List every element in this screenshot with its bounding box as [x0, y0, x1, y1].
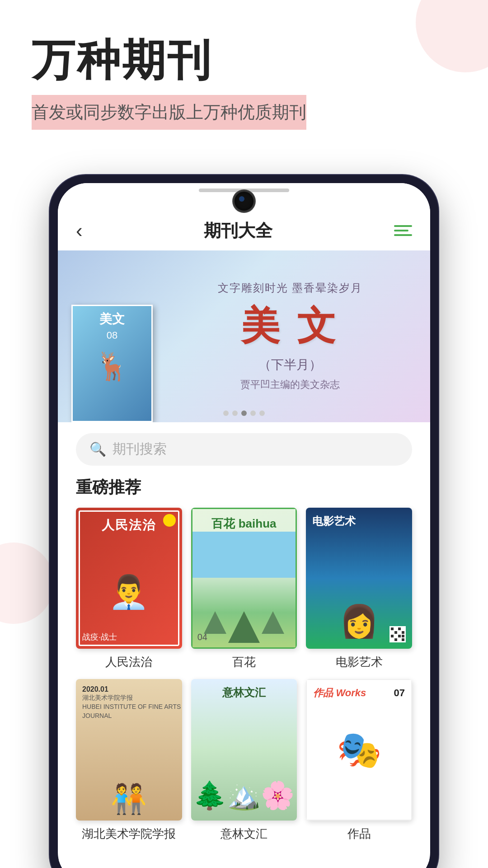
menu-button[interactable] [394, 225, 412, 236]
banner-tagline: 文字雕刻时光 墨香晕染岁月 [218, 281, 363, 295]
list-item[interactable]: 人民法治 👨‍💼 战疫·战士 人民法治 [76, 508, 182, 670]
search-icon: 🔍 [89, 441, 106, 457]
phone-frame: ‹ 期刊大全 美文 08 🦌 文字雕刻时光 墨香晕染岁月 [50, 175, 438, 868]
menu-line-1 [394, 225, 412, 227]
list-item[interactable]: 百花 baihua 04 百花 [191, 508, 297, 670]
dot-1 [223, 410, 229, 416]
banner-cover-deer-icon: 🦌 [95, 350, 129, 382]
list-item[interactable]: 电影艺术 👩 [306, 508, 412, 670]
menu-line-3 [394, 234, 412, 236]
phone-bottom-area [58, 860, 430, 868]
magazine-cover-dyys: 电影艺术 👩 [306, 508, 412, 649]
phone-screen: ‹ 期刊大全 美文 08 🦌 文字雕刻时光 墨香晕染岁月 [58, 183, 430, 868]
section-featured-title: 重磅推荐 [58, 476, 430, 499]
status-bar [58, 183, 430, 215]
list-item[interactable]: 2020.01 湖北美术学院学报HUBEI INSTITUTE OF FINE … [76, 679, 182, 842]
dot-2 [232, 410, 238, 416]
magazine-name-zuopin: 作品 [306, 826, 412, 842]
magazine-grid: 人民法治 👨‍💼 战疫·战士 人民法治 百花 baihua [58, 508, 430, 860]
app-title: 期刊大全 [204, 219, 272, 242]
search-placeholder: 期刊搜索 [113, 440, 167, 458]
back-button[interactable]: ‹ [76, 219, 83, 242]
phone-mockup: ‹ 期刊大全 美文 08 🦌 文字雕刻时光 墨香晕染岁月 [50, 175, 438, 868]
app-header: ‹ 期刊大全 [58, 215, 430, 250]
magazine-name-yilin: 意林文汇 [191, 826, 297, 842]
dot-5 [259, 410, 265, 416]
banner-cover-title: 美文 [99, 311, 125, 328]
magazine-name-baihua: 百花 [191, 654, 297, 670]
magazine-name-rmfz: 人民法治 [76, 654, 182, 670]
magazine-cover-rmfz: 人民法治 👨‍💼 战疫·战士 [76, 508, 182, 649]
banner-content: 文字雕刻时光 墨香晕染岁月 美 文 （下半月） 贾平凹主编的美文杂志 [164, 250, 417, 422]
banner-subtitle: （下半月） [258, 356, 322, 373]
banner-pagination [223, 410, 265, 416]
featured-banner[interactable]: 美文 08 🦌 文字雕刻时光 墨香晕染岁月 美 文 （下半月） 贾平凹主编的美文… [58, 250, 430, 422]
list-item[interactable]: 意林文汇 🌲🏔️🌸 意林文汇 [191, 679, 297, 842]
dot-3 [241, 410, 247, 416]
banner-magazine-cover: 美文 08 🦌 [71, 305, 153, 422]
camera-hole [233, 190, 255, 212]
list-item[interactable]: 作品 Works 07 🎭 作品 [306, 679, 412, 842]
banner-main-title: 美 文 [241, 300, 339, 353]
dot-4 [250, 410, 256, 416]
banner-desc: 贾平凹主编的美文杂志 [240, 378, 340, 392]
magazine-cover-zuopin: 作品 Works 07 🎭 [306, 679, 412, 821]
hero-title: 万种期刊 [32, 36, 456, 84]
zuopin-brand-text: 作品 Works [313, 686, 366, 700]
search-bar[interactable]: 🔍 期刊搜索 [76, 433, 412, 466]
magazine-name-hbmsxy: 湖北美术学院学报 [76, 826, 182, 842]
magazine-name-dyys: 电影艺术 [306, 654, 412, 670]
hero-section: 万种期刊 首发或同步数字出版上万种优质期刊 [0, 0, 488, 148]
bg-decoration-left-mid [0, 542, 54, 624]
magazine-cover-hbmsxy: 2020.01 湖北美术学院学报HUBEI INSTITUTE OF FINE … [76, 679, 182, 821]
magazine-cover-baihua: 百花 baihua 04 [191, 508, 297, 649]
magazine-cover-yilin: 意林文汇 🌲🏔️🌸 [191, 679, 297, 821]
hero-subtitle: 首发或同步数字出版上万种优质期刊 [32, 95, 306, 130]
menu-line-2 [394, 230, 408, 231]
zuopin-issue-number: 07 [394, 687, 405, 699]
banner-cover-issue: 08 [107, 330, 117, 341]
